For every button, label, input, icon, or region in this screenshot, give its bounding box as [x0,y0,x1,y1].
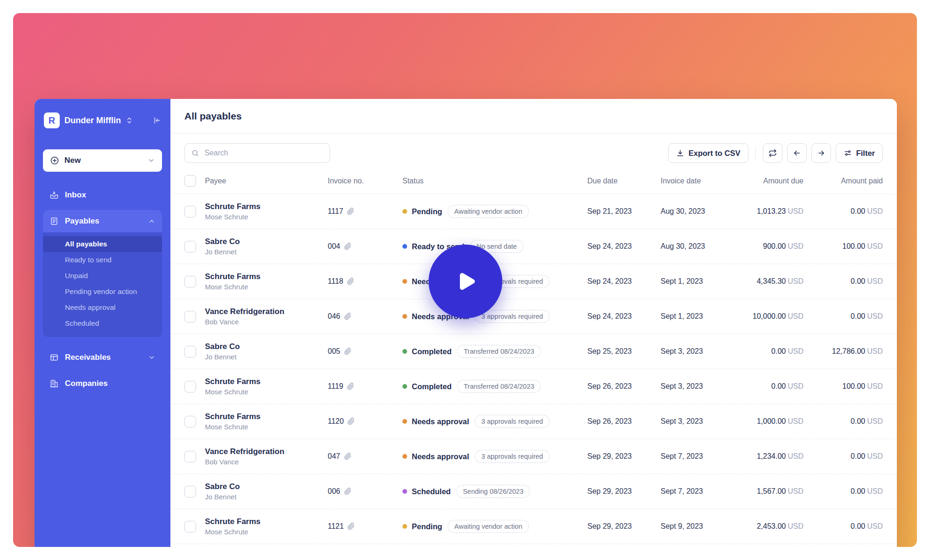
amount-due-currency: USD [788,417,803,425]
status-label: Pending [412,207,442,216]
column-header-invoice-no[interactable]: Invoice no. [328,177,402,185]
sidebar-subitem-pending-vendor-action[interactable]: Pending vendor action [43,284,162,300]
filter-button[interactable]: Filter [836,143,883,163]
amount-due-value: 4,345.30 [757,277,786,285]
amount-paid-currency: USD [867,487,883,495]
arrow-left-icon [793,149,801,157]
table-row[interactable]: Sabre Co Jo Bennet 006 Scheduled Sending… [170,474,897,509]
attachment-icon [347,523,355,530]
sidebar-subitem-needs-approval[interactable]: Needs approval [43,300,162,315]
amount-due-value: 1,567.00 [757,487,786,495]
status-badge: Awaiting vendor action [448,520,529,533]
table-row[interactable]: Sabre Co Jo Bennet 004 Ready to send No … [170,229,897,264]
row-checkbox[interactable] [184,521,196,532]
payee-contact: Mose Schrute [205,423,328,431]
search-input[interactable] [204,148,324,158]
attachment-icon [347,418,355,425]
next-page-button[interactable] [811,143,831,163]
table-row[interactable]: Schrute Farms Mose Schrute 1120 Needs ap… [170,404,897,439]
amount-paid-value: 0.00 [851,417,865,425]
column-header-payee[interactable]: Payee [205,177,328,185]
video-play-button[interactable] [429,245,502,318]
status-label: Needs approval [412,452,469,461]
download-icon [676,149,684,157]
invoice-number: 1117 [328,207,343,216]
table-body: Schrute Farms Mose Schrute 1117 Pending … [170,194,897,544]
app-window: R Dunder Mifflin New Inbox [35,99,897,547]
workspace-switcher[interactable]: R Dunder Mifflin [43,111,162,130]
payee-contact: Bob Vance [205,458,328,466]
sidebar-item-payables[interactable]: Payables [43,210,162,232]
unfold-icon[interactable] [126,117,133,124]
column-header-due-date[interactable]: Due date [587,177,661,185]
amount-paid-value: 0.00 [851,522,865,530]
row-checkbox[interactable] [184,241,196,252]
attachment-icon [347,278,354,285]
status-dot [402,384,407,389]
invoice-date: Sept 7, 2023 [661,487,743,496]
amount-due-currency: USD [788,452,803,460]
payee-contact: Mose Schrute [205,283,328,291]
payables-submenu: All payablesReady to sendUnpaidPending v… [43,232,162,337]
status-dot [402,349,407,354]
row-checkbox[interactable] [184,276,196,287]
new-button[interactable]: New [43,149,162,172]
payee-contact: Jo Bennet [205,248,328,256]
sidebar-item-companies[interactable]: Companies [43,372,162,395]
table-row[interactable]: Sabre Co Jo Bennet 005 Completed Transfe… [170,334,897,369]
column-header-status[interactable]: Status [402,177,587,185]
gradient-backdrop: R Dunder Mifflin New Inbox [13,13,917,547]
invoice-date: Sept 3, 2023 [661,382,743,391]
status-dot [402,244,407,249]
payables-icon [49,217,59,226]
recurring-button[interactable] [763,143,782,163]
amount-paid-value: 100.00 [842,382,865,390]
sidebar-subitem-all-payables[interactable]: All payables [43,236,162,252]
select-all-checkbox[interactable] [184,175,196,187]
column-header-invoice-date[interactable]: Invoice date [661,177,743,185]
table-row[interactable]: Schrute Farms Mose Schrute 1121 Pending … [170,509,897,544]
column-header-amount-paid[interactable]: Amount paid [803,177,883,185]
row-checkbox[interactable] [184,486,196,497]
row-checkbox[interactable] [184,346,196,357]
payee-contact: Mose Schrute [205,528,328,536]
sidebar-subitem-ready-to-send[interactable]: Ready to send [43,252,162,268]
app-logo: R [44,112,60,128]
amount-paid-currency: USD [867,207,883,215]
table-row[interactable]: Vance Refridgeration Bob Vance 046 Needs… [170,299,897,334]
export-csv-button[interactable]: Export to CSV [668,143,748,163]
collapse-sidebar-icon[interactable] [153,116,161,125]
amount-paid-currency: USD [867,312,883,320]
toolbar-actions: Export to CSV Filter [668,143,883,163]
prev-page-button[interactable] [787,143,807,163]
toolbar: Export to CSV Filter [170,138,897,168]
payee-name: Schrute Farms [205,517,328,526]
status-badge: Transferred 08/24/2023 [457,345,541,358]
status-label: Completed [412,382,451,391]
payee-name: Schrute Farms [205,412,328,421]
status-label: Scheduled [412,487,451,496]
sidebar-subitem-unpaid[interactable]: Unpaid [43,268,162,284]
invoice-date: Sept 3, 2023 [661,347,743,356]
new-button-label: New [64,156,81,165]
toolbar-divider [755,147,756,160]
table-row[interactable]: Vance Refridgeration Bob Vance 047 Needs… [170,439,897,474]
attachment-icon [347,208,354,215]
row-checkbox[interactable] [184,206,196,217]
invoice-date: Aug 30, 2023 [661,207,743,216]
table-row[interactable]: Schrute Farms Mose Schrute 1117 Pending … [170,194,897,229]
column-header-amount-due[interactable]: Amount due [743,177,803,185]
table-row[interactable]: Schrute Farms Mose Schrute 1118 Needs ap… [170,264,897,299]
row-checkbox[interactable] [184,311,196,322]
sidebar-item-receivables[interactable]: Receivables [43,346,162,369]
search-box[interactable] [184,143,330,163]
row-checkbox[interactable] [184,381,196,392]
payee-contact: Jo Bennet [205,493,328,501]
export-csv-label: Export to CSV [689,149,740,158]
sidebar-subitem-scheduled[interactable]: Scheduled [43,315,162,331]
amount-due-value: 10,000.00 [753,312,786,320]
row-checkbox[interactable] [184,451,196,462]
table-row[interactable]: Schrute Farms Mose Schrute 1119 Complete… [170,369,897,404]
row-checkbox[interactable] [184,416,196,427]
sidebar-item-inbox[interactable]: Inbox [43,184,162,206]
